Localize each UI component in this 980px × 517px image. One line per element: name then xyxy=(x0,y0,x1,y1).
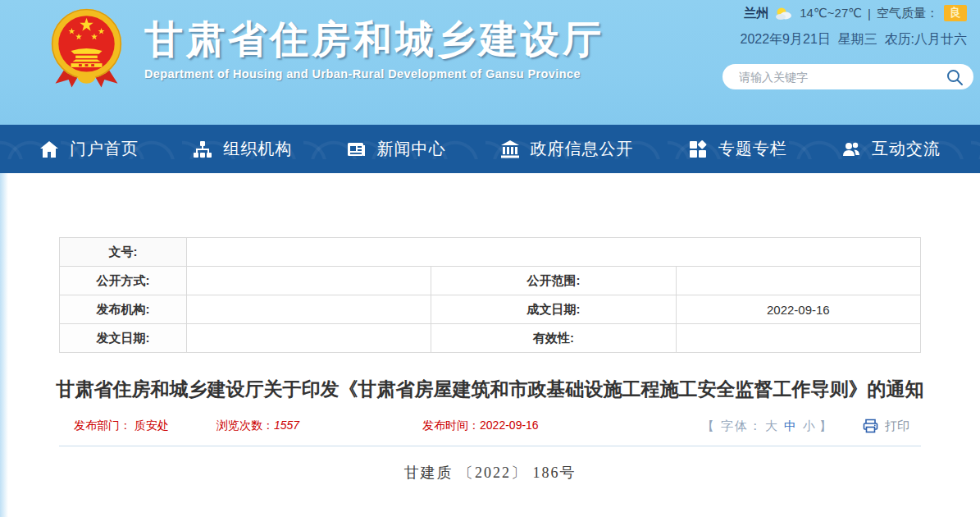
table-row: 文号: xyxy=(60,238,921,267)
meta-value-issuing-agency xyxy=(187,295,431,324)
gov-building-icon xyxy=(500,140,520,159)
nav-item-label: 新闻中心 xyxy=(376,138,445,160)
nav-item-label: 门户首页 xyxy=(70,138,139,160)
official-doc-number: 甘建质 〔2022〕 186号 xyxy=(0,463,980,483)
meta-value-issue-date xyxy=(187,324,431,353)
nav-item-gov-info[interactable]: 政府信息公开 xyxy=(500,138,634,160)
print-button[interactable]: 打印 xyxy=(863,419,909,434)
nav-item-label: 组织机构 xyxy=(223,138,292,160)
air-quality-label: 空气质量： xyxy=(877,6,938,21)
site-title: 甘肃省住房和城乡建设厅 xyxy=(144,15,604,64)
air-quality-badge: 良 xyxy=(944,5,967,21)
meta-value-open-method xyxy=(187,267,431,295)
nav-item-label: 互动交流 xyxy=(872,138,941,160)
view-count-label: 浏览次数： xyxy=(217,419,274,432)
print-button-label: 打印 xyxy=(885,419,909,434)
table-row: 公开方式: 公开范围: xyxy=(60,267,921,295)
nav-item-topics[interactable]: 专题专栏 xyxy=(688,138,787,160)
search-box[interactable] xyxy=(722,64,973,89)
publish-time-value: 2022-09-16 xyxy=(480,419,539,432)
meta-value-validity xyxy=(676,324,920,353)
publish-time-label: 发布时间： xyxy=(422,419,480,432)
table-row: 发布机构: 成文日期: 2022-09-16 xyxy=(60,295,921,324)
article-title: 甘肃省住房和城乡建设厅关于印发《甘肃省房屋建筑和市政基础设施工程施工安全监督工作… xyxy=(56,373,925,405)
font-chooser-open-bracket: 【 字体： xyxy=(702,419,763,432)
search-input[interactable] xyxy=(739,71,946,84)
weather-line: 兰州 14℃~27℃ | 空气质量： 良 xyxy=(740,3,967,23)
publish-department: 发布部门： 质安处 xyxy=(74,419,169,433)
article-page: 文号: 公开方式: 公开范围: 发布机构: 成文日期: 2022-09-16 发… xyxy=(0,173,980,517)
font-size-chooser: 【 字体：大中小】 xyxy=(702,419,833,434)
city-label: 兰州 xyxy=(744,6,768,21)
home-icon xyxy=(39,140,59,159)
meta-label-issue-date: 发文日期: xyxy=(60,324,187,353)
meta-value-doc-number xyxy=(187,238,921,267)
search-icon[interactable] xyxy=(946,68,964,86)
meta-label-issuing-agency: 发布机构: xyxy=(60,295,187,324)
view-count: 浏览次数：1557 xyxy=(217,419,299,433)
site-subtitle: Department of Housing and Urban-Rural De… xyxy=(144,67,604,80)
publish-time: 发布时间：2022-09-16 xyxy=(422,419,539,433)
meta-label-written-date: 成文日期: xyxy=(431,295,676,324)
font-size-small-button[interactable]: 小 xyxy=(803,419,817,432)
printer-icon xyxy=(863,419,878,433)
section-divider xyxy=(59,446,921,446)
font-size-large-button[interactable]: 大 xyxy=(765,419,779,432)
separator: | xyxy=(868,7,871,21)
nav-item-label: 专题专栏 xyxy=(718,138,787,160)
table-row: 发文日期: 有效性: xyxy=(60,324,921,353)
meta-value-written-date: 2022-09-16 xyxy=(676,295,920,324)
font-size-medium-button[interactable]: 中 xyxy=(784,419,798,432)
main-nav: 门户首页 组织机构 新闻中心 政府信息公开 专题专栏 互动交流 xyxy=(0,125,980,173)
meta-value-open-scope xyxy=(676,267,920,295)
topbar: 兰州 14℃~27℃ | 空气质量： 良 2022年9月21日 星期三 农历:八… xyxy=(740,3,967,48)
nav-item-label: 政府信息公开 xyxy=(531,138,634,160)
newspaper-icon xyxy=(346,140,366,159)
org-chart-icon xyxy=(193,140,212,159)
sun-cloud-icon xyxy=(774,7,794,21)
temperature: 14℃~27℃ xyxy=(800,6,862,21)
nav-item-interaction[interactable]: 互动交流 xyxy=(841,138,941,160)
publish-department-label: 发布部门： xyxy=(74,419,134,432)
national-emblem-logo xyxy=(48,6,125,94)
publish-department-value: 质安处 xyxy=(134,419,169,432)
topics-grid-icon xyxy=(688,140,708,159)
left-edge-shadow xyxy=(0,173,8,517)
site-banner: 甘肃省住房和城乡建设厅 Department of Housing and Ur… xyxy=(0,0,980,125)
people-icon xyxy=(841,140,861,159)
font-chooser-close-bracket: 】 xyxy=(819,419,833,432)
nav-item-organization[interactable]: 组织机构 xyxy=(193,138,292,160)
article-info-row: 发布部门： 质安处 浏览次数：1557 发布时间：2022-09-16 【 字体… xyxy=(59,417,921,435)
document-meta-table: 文号: 公开方式: 公开范围: 发布机构: 成文日期: 2022-09-16 发… xyxy=(59,237,921,353)
meta-label-validity: 有效性: xyxy=(431,324,676,353)
nav-item-home[interactable]: 门户首页 xyxy=(39,138,139,160)
meta-label-open-scope: 公开范围: xyxy=(431,267,676,295)
meta-label-doc-number: 文号: xyxy=(60,238,187,267)
date-line: 2022年9月21日 星期三 农历:八月廿六 xyxy=(740,31,967,48)
nav-item-news[interactable]: 新闻中心 xyxy=(346,138,445,160)
view-count-value: 1557 xyxy=(274,419,299,432)
meta-label-open-method: 公开方式: xyxy=(60,267,187,295)
